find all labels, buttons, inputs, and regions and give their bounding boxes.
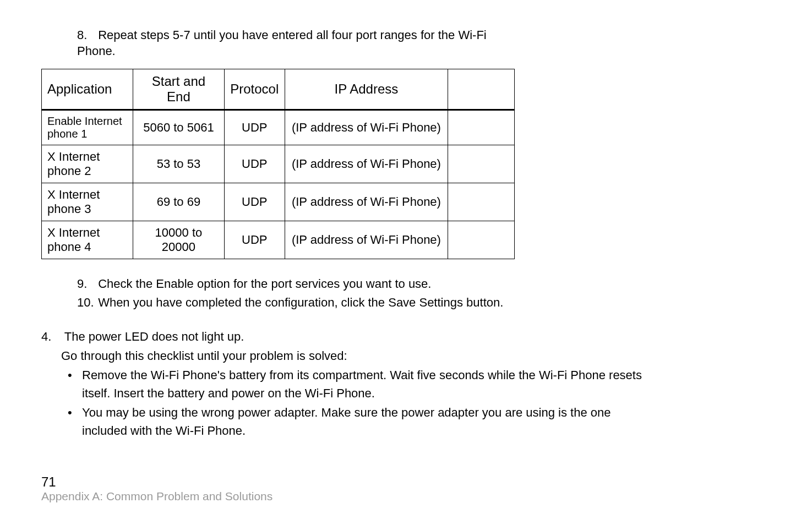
q4-num: 4. (41, 327, 61, 346)
cell-blank (448, 145, 515, 183)
list-item: Remove the Wi-Fi Phone's battery from it… (66, 366, 771, 402)
step-8: 8. Repeat steps 5-7 until you have enter… (77, 28, 771, 59)
cell-proto: UDP (224, 183, 285, 221)
cell-app: X Internet phone 3 (42, 183, 133, 221)
cell-proto: UDP (224, 221, 285, 259)
step-10-num: 10. (77, 293, 95, 312)
table-row: Enable Internet phone 1 5060 to 5061 UDP… (42, 110, 515, 145)
cell-ip: (IP address of Wi-Fi Phone) (285, 145, 448, 183)
cell-blank (448, 221, 515, 259)
cell-se: 69 to 69 (133, 183, 224, 221)
cell-proto: UDP (224, 110, 285, 145)
cell-se: 10000 to 20000 (133, 221, 224, 259)
cell-se: 5060 to 5061 (133, 110, 224, 145)
table-row: X Internet phone 3 69 to 69 UDP (IP addr… (42, 183, 515, 221)
page-footer: 71 Appendix A: Common Problem and Soluti… (41, 474, 273, 503)
q4-title-text: The power LED does not light up. (64, 330, 244, 343)
q4-bullets: Remove the Wi-Fi Phone's battery from it… (66, 366, 771, 440)
step-9: 9. Check the Enable option for the port … (77, 275, 771, 293)
steps-9-10: 9. Check the Enable option for the port … (77, 275, 771, 312)
question-4: 4. The power LED does not light up. Go t… (41, 327, 771, 440)
col-header-application: Application (42, 69, 133, 110)
step-9-num: 9. (77, 275, 95, 293)
step-9-text: Check the Enable option for the port ser… (98, 277, 431, 291)
col-header-protocol: Protocol (224, 69, 285, 110)
q4-subtitle: Go through this checklist until your pro… (61, 347, 771, 365)
cell-blank (448, 183, 515, 221)
appendix-label: Appendix A: Common Problem and Solutions (41, 490, 273, 503)
cell-se: 53 to 53 (133, 145, 224, 183)
port-range-table: Application Start and End Protocol IP Ad… (41, 69, 515, 259)
cell-ip: (IP address of Wi-Fi Phone) (285, 110, 448, 145)
bullet-line1: You may be using the wrong power adapter… (82, 406, 611, 419)
cell-blank (448, 110, 515, 145)
cell-ip: (IP address of Wi-Fi Phone) (285, 183, 448, 221)
step-8-text-b: Phone. (77, 44, 116, 58)
bullet-line1: Remove the Wi-Fi Phone's battery from it… (82, 368, 642, 382)
table-row: X Internet phone 4 10000 to 20000 UDP (I… (42, 221, 515, 259)
bullet-line2: included with the Wi-Fi Phone. (82, 424, 246, 438)
table-row: X Internet phone 2 53 to 53 UDP (IP addr… (42, 145, 515, 183)
step-8-num: 8. (77, 28, 95, 43)
step-8-text-a: Repeat steps 5-7 until you have entered … (98, 28, 487, 42)
table-header-row: Application Start and End Protocol IP Ad… (42, 69, 515, 110)
bullet-line2: itself. Insert the battery and power on … (82, 386, 375, 400)
cell-proto: UDP (224, 145, 285, 183)
cell-app: Enable Internet phone 1 (42, 110, 133, 145)
q4-title: 4. The power LED does not light up. (41, 327, 771, 346)
step-10-text: When you have completed the configuratio… (98, 296, 503, 309)
cell-app: X Internet phone 4 (42, 221, 133, 259)
step-10: 10. When you have completed the configur… (77, 293, 771, 312)
page-number: 71 (41, 474, 273, 490)
list-item: You may be using the wrong power adapter… (66, 403, 771, 440)
cell-ip: (IP address of Wi-Fi Phone) (285, 221, 448, 259)
cell-app: X Internet phone 2 (42, 145, 133, 183)
col-header-ip: IP Address (285, 69, 448, 110)
col-header-blank (448, 69, 515, 110)
col-header-start-end: Start and End (133, 69, 224, 110)
